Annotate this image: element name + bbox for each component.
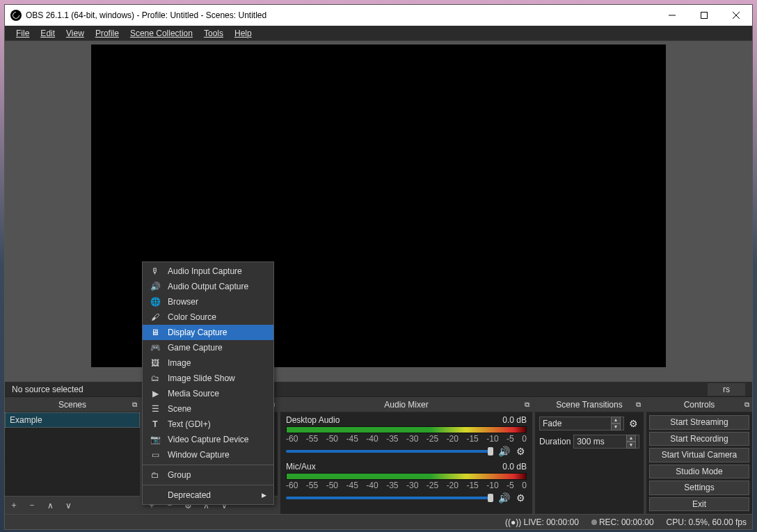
track-name: Desktop Audio <box>286 415 340 425</box>
audio-track-desktop: Desktop Audio 0.0 dB -60-55-50-45-40-35-… <box>286 415 527 458</box>
menu-file[interactable]: File <box>10 26 35 40</box>
duration-input[interactable]: 300 ms▲▼ <box>573 435 639 449</box>
separator <box>143 485 273 485</box>
remove-scene-button[interactable]: － <box>26 499 38 512</box>
add-scene-button[interactable]: ＋ <box>8 499 20 512</box>
chevron-right-icon: ▶ <box>262 492 266 499</box>
scenes-list[interactable]: Example <box>5 412 140 496</box>
menubar: File Edit View Profile Scene Collection … <box>5 26 752 41</box>
settings-button[interactable]: Settings <box>649 481 749 495</box>
ctx-image-slide-show[interactable]: 🗂Image Slide Show <box>143 371 273 386</box>
folder-icon: 🗀 <box>150 469 161 481</box>
transitions-header[interactable]: Scene Transitions ⧉ <box>535 397 644 412</box>
app-window: OBS 26.1.1 (64-bit, windows) - Profile: … <box>4 4 753 530</box>
menu-view[interactable]: View <box>61 26 90 40</box>
preview-area <box>5 41 752 382</box>
meter-ticks: -60-55-50-45-40-35-30-25-20-15-10-50 <box>286 434 527 444</box>
ctx-display-capture[interactable]: 🖥Display Capture <box>143 325 273 340</box>
globe-icon: 🌐 <box>150 296 161 307</box>
gamepad-icon: 🎮 <box>150 342 161 353</box>
rec-status: REC: 00:00:00 <box>591 517 654 527</box>
menu-scene-collection[interactable]: Scene Collection <box>125 26 198 40</box>
ctx-group[interactable]: 🗀Group <box>143 467 273 483</box>
gear-icon[interactable]: ⚙ <box>514 445 527 458</box>
speaker-icon[interactable]: 🔊 <box>497 492 510 504</box>
source-tab[interactable]: rs <box>708 383 745 396</box>
mic-icon: 🎙 <box>150 266 161 277</box>
move-down-button[interactable]: ∨ <box>62 499 74 512</box>
ctx-image[interactable]: 🖼Image <box>143 355 273 371</box>
scenes-panel: Scenes ⧉ Example ＋ － ∧ ∨ <box>5 397 140 514</box>
ctx-video-capture-device[interactable]: 📷Video Capture Device <box>143 432 273 447</box>
audio-meter <box>286 426 527 433</box>
window-controls <box>656 5 752 26</box>
move-up-button[interactable]: ∧ <box>44 499 56 512</box>
ctx-scene[interactable]: ☰Scene <box>143 401 273 417</box>
undock-icon[interactable]: ⧉ <box>132 401 137 409</box>
studio-mode-button[interactable]: Studio Mode <box>649 465 749 479</box>
transition-select[interactable]: Fade▲▼ <box>539 417 624 430</box>
source-status-row: No source selected rs <box>5 382 752 397</box>
menu-tools[interactable]: Tools <box>198 26 229 40</box>
ctx-browser[interactable]: 🌐Browser <box>143 294 273 309</box>
audio-track-mic: Mic/Aux 0.0 dB -60-55-50-45-40-35-30-25-… <box>286 462 527 504</box>
window-title: OBS 26.1.1 (64-bit, windows) - Profile: … <box>26 10 656 20</box>
slides-icon: 🗂 <box>150 373 161 384</box>
ctx-text-gdi[interactable]: TText (GDI+) <box>143 417 273 432</box>
start-streaming-button[interactable]: Start Streaming <box>649 415 749 430</box>
svg-rect-1 <box>701 13 708 19</box>
speaker-icon[interactable]: 🔊 <box>497 445 510 458</box>
menu-help[interactable]: Help <box>229 26 257 40</box>
brush-icon: 🖌 <box>150 312 161 323</box>
volume-slider[interactable] <box>286 450 493 453</box>
duration-label: Duration <box>539 437 571 446</box>
start-recording-button[interactable]: Start Recording <box>649 432 749 446</box>
titlebar[interactable]: OBS 26.1.1 (64-bit, windows) - Profile: … <box>5 5 752 26</box>
ctx-window-capture[interactable]: ▭Window Capture <box>143 447 273 462</box>
list-icon: ☰ <box>150 403 161 414</box>
transitions-panel: Scene Transitions ⧉ Fade▲▼ ⚙ Duration 30… <box>535 397 644 514</box>
track-name: Mic/Aux <box>286 462 316 471</box>
app-icon <box>10 10 22 21</box>
add-source-context-menu: 🎙Audio Input Capture 🔊Audio Output Captu… <box>142 261 274 505</box>
ctx-game-capture[interactable]: 🎮Game Capture <box>143 340 273 355</box>
audio-mixer-panel: Audio Mixer ⧉ Desktop Audio 0.0 dB -60-5… <box>280 397 532 514</box>
menu-edit[interactable]: Edit <box>35 26 61 40</box>
speaker-icon: 🔊 <box>150 281 161 292</box>
image-icon: 🖼 <box>150 357 161 369</box>
scenes-header[interactable]: Scenes ⧉ <box>5 397 140 412</box>
exit-button[interactable]: Exit <box>649 497 749 512</box>
separator <box>143 465 273 465</box>
start-virtual-camera-button[interactable]: Start Virtual Camera <box>649 448 749 462</box>
camera-icon: 📷 <box>150 434 161 445</box>
ctx-deprecated[interactable]: Deprecated▶ <box>143 487 273 503</box>
track-db: 0.0 dB <box>502 462 527 471</box>
play-icon: ▶ <box>150 388 161 399</box>
ctx-audio-input-capture[interactable]: 🎙Audio Input Capture <box>143 264 273 279</box>
ctx-color-source[interactable]: 🖌Color Source <box>143 309 273 325</box>
menu-profile[interactable]: Profile <box>90 26 125 40</box>
minimize-button[interactable] <box>656 5 688 26</box>
undock-icon[interactable]: ⧉ <box>744 401 749 409</box>
gear-icon[interactable]: ⚙ <box>627 417 639 430</box>
transitions-body: Fade▲▼ ⚙ Duration 300 ms▲▼ <box>535 412 644 514</box>
live-status: ((●)) LIVE: 00:00:00 <box>505 517 579 527</box>
mixer-header[interactable]: Audio Mixer ⧉ <box>280 397 532 412</box>
volume-slider[interactable] <box>286 497 493 499</box>
undock-icon[interactable]: ⧉ <box>636 401 641 409</box>
monitor-icon: 🖥 <box>150 327 161 338</box>
source-status-text: No source selected <box>12 385 83 394</box>
ctx-media-source[interactable]: ▶Media Source <box>143 386 273 401</box>
close-button[interactable] <box>720 5 752 26</box>
undock-icon[interactable]: ⧉ <box>525 401 529 409</box>
controls-panel: Controls ⧉ Start Streaming Start Recordi… <box>646 397 752 514</box>
controls-header[interactable]: Controls ⧉ <box>646 397 752 412</box>
meter-ticks: -60-55-50-45-40-35-30-25-20-15-10-50 <box>286 481 527 490</box>
audio-meter <box>286 473 527 480</box>
cpu-status: CPU: 0.5%, 60.00 fps <box>667 517 747 527</box>
maximize-button[interactable] <box>688 5 720 26</box>
scene-item[interactable]: Example <box>5 412 140 428</box>
gear-icon[interactable]: ⚙ <box>514 492 527 504</box>
window-icon: ▭ <box>150 449 161 460</box>
ctx-audio-output-capture[interactable]: 🔊Audio Output Capture <box>143 279 273 294</box>
